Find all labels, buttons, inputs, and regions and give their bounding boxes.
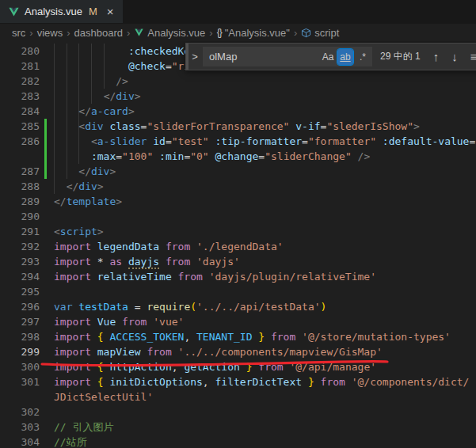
code-line[interactable]: 298import { ACCESS_TOKEN, TENANT_ID } fr… — [0, 329, 476, 344]
code-line[interactable]: JDictSelectUtil' — [0, 389, 476, 404]
code-line[interactable]: 304//站所 — [0, 435, 476, 448]
gutter-space — [40, 374, 54, 389]
breadcrumb-label: script — [314, 27, 339, 39]
added-line-gutter-marker — [40, 164, 54, 179]
line-number: 284 — [0, 104, 40, 119]
search-query[interactable]: olMap — [209, 51, 318, 63]
breadcrumb-item[interactable]: {}"Analysis.vue" — [217, 27, 290, 39]
code-line[interactable]: 301import { initDictOptions, filterDictT… — [0, 374, 476, 389]
gutter-space — [40, 254, 54, 269]
close-tab-icon[interactable]: × — [107, 6, 114, 17]
gutter-space — [40, 44, 54, 59]
find-in-selection-button[interactable]: ≡ — [470, 50, 476, 63]
find-widget: > olMap Aa ab .* 29 中的 1 ↑ ↓ ≡ — [185, 43, 476, 70]
breadcrumb-separator: › — [67, 27, 70, 39]
code-text: @check="ri — [54, 59, 190, 74]
vue-icon — [134, 28, 144, 37]
code-editor[interactable]: 280 :checkedKe281 @check="ri282 />283 </… — [0, 41, 476, 448]
code-line[interactable]: 296var testData = require('../../api/tes… — [0, 299, 476, 314]
code-line[interactable]: 297import Vue from 'vue' — [0, 314, 476, 329]
breadcrumb: src›views›dashboard›Analysis.vue›{}"Anal… — [0, 24, 476, 41]
line-number: 300 — [0, 359, 40, 374]
code-line[interactable]: 287 </div> — [0, 164, 476, 179]
line-number: 294 — [0, 269, 40, 284]
toggle-replace-chevron-icon[interactable]: > — [188, 51, 201, 63]
line-number: 298 — [0, 329, 40, 344]
line-number: 287 — [0, 164, 40, 179]
line-number: 302 — [0, 404, 40, 420]
code-line[interactable]: 286 <a-slider id="test" :tip-formatter="… — [0, 134, 476, 149]
whole-word-button[interactable]: ab — [337, 49, 353, 65]
regex-button[interactable]: .* — [355, 49, 371, 65]
line-number: 283 — [0, 89, 40, 104]
code-text: import relativeTime from 'dayjs/plugin/r… — [54, 269, 376, 284]
code-line[interactable]: 288 </div> — [0, 179, 476, 194]
braces-icon: {} — [217, 27, 222, 38]
breadcrumb-item[interactable]: src — [12, 27, 25, 39]
search-input[interactable]: olMap Aa ab .* — [203, 47, 372, 66]
code-line[interactable]: 302 — [0, 404, 476, 420]
gutter-space — [40, 239, 54, 254]
code-text: </div> — [54, 89, 141, 104]
code-line[interactable]: 292import legendData from './legendData' — [0, 239, 476, 254]
breadcrumb-separator: › — [29, 27, 32, 39]
line-number: 303 — [0, 420, 40, 435]
code-text: </a-card> — [54, 104, 135, 119]
code-line[interactable]: 291<script> — [0, 224, 476, 239]
code-line[interactable]: 294import relativeTime from 'dayjs/plugi… — [0, 269, 476, 284]
line-number: 286 — [0, 134, 40, 149]
code-line[interactable]: 285 <div class="sliderForTransparence" v… — [0, 119, 476, 134]
gutter-space — [40, 420, 54, 435]
code-line[interactable]: 282 /> — [0, 74, 476, 89]
code-text: JDictSelectUtil' — [54, 389, 153, 404]
line-number: 301 — [0, 374, 40, 389]
find-results-count: 29 中的 1 — [380, 50, 421, 63]
gutter-space — [40, 89, 54, 104]
code-text: :checkedKe — [54, 44, 190, 59]
breadcrumb-item[interactable]: views — [37, 27, 63, 39]
code-text: <div class="sliderForTransparence" v-if=… — [54, 119, 420, 134]
line-number: 293 — [0, 254, 40, 269]
line-number: 296 — [0, 299, 40, 314]
line-number: 295 — [0, 284, 40, 299]
code-text: import * as dayjs from 'dayjs' — [54, 254, 240, 269]
breadcrumb-label: Analysis.vue — [147, 27, 205, 39]
code-text: <a-slider id="test" :tip-formatter="form… — [54, 134, 476, 149]
code-line[interactable]: 299import mapView from '../../components… — [0, 344, 476, 359]
line-number — [0, 389, 40, 404]
find-resize-sash[interactable] — [186, 44, 188, 70]
breadcrumb-label: dashboard — [74, 27, 123, 39]
previous-match-button[interactable]: ↑ — [433, 50, 440, 63]
code-line[interactable]: 290 — [0, 209, 476, 224]
line-number: 281 — [0, 59, 40, 74]
code-text: /> — [54, 74, 128, 89]
match-case-button[interactable]: Aa — [320, 49, 336, 65]
breadcrumb-item[interactable]: dashboard — [74, 27, 123, 39]
code-line[interactable]: :max="100" :min="0" @change="sliderChang… — [0, 149, 476, 164]
code-line[interactable]: 295 — [0, 284, 476, 299]
code-line[interactable]: 283 </div> — [0, 89, 476, 104]
code-line[interactable]: 293import * as dayjs from 'dayjs' — [0, 254, 476, 269]
breadcrumb-label: "Analysis.vue" — [225, 27, 290, 39]
code-text: <script> — [54, 224, 104, 239]
gutter-space — [40, 359, 54, 374]
gutter-space — [40, 179, 54, 194]
code-text: :max="100" :min="0" @change="sliderChang… — [54, 149, 370, 164]
gutter-space — [40, 404, 54, 420]
breadcrumb-separator: › — [209, 27, 212, 39]
line-number: 297 — [0, 314, 40, 329]
next-match-button[interactable]: ↓ — [451, 50, 458, 63]
code-line[interactable]: 303// 引入图片 — [0, 420, 476, 435]
code-line[interactable]: 284 </a-card> — [0, 104, 476, 119]
breadcrumb-item[interactable]: script — [301, 27, 339, 39]
gutter-space — [40, 269, 54, 284]
code-text: //站所 — [54, 435, 87, 448]
breadcrumb-separator: › — [127, 27, 130, 39]
code-line[interactable]: 289</template> — [0, 194, 476, 209]
code-text: // 引入图片 — [54, 420, 113, 435]
tab-analysis-vue[interactable]: Analysis.vue M × — [0, 0, 123, 23]
code-line[interactable]: 300import { httpAction, getAction } from… — [0, 359, 476, 374]
code-text: import Vue from 'vue' — [54, 314, 184, 329]
breadcrumb-item[interactable]: Analysis.vue — [134, 27, 205, 39]
gutter-space — [40, 284, 54, 299]
